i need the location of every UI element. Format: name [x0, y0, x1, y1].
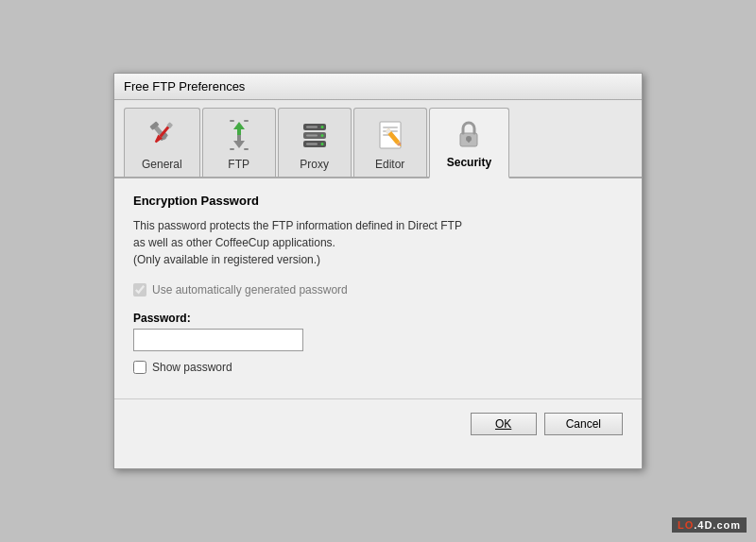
- show-password-row: Show password: [133, 361, 623, 374]
- svg-rect-19: [306, 135, 318, 137]
- svg-marker-7: [233, 135, 245, 148]
- tab-security[interactable]: Security: [429, 108, 509, 178]
- proxy-icon: [296, 116, 334, 154]
- tab-ftp-label: FTP: [228, 158, 249, 171]
- watermark: LO.4D.com: [672, 517, 747, 533]
- svg-rect-22: [383, 127, 398, 128]
- dialog-title: Free FTP Preferences: [124, 79, 245, 93]
- desc-line3: (Only available in registered version.): [133, 253, 320, 266]
- general-icon: [143, 116, 180, 154]
- button-row: OK Cancel: [114, 398, 642, 449]
- password-label: Password:: [133, 312, 623, 325]
- tab-editor-label: Editor: [375, 158, 404, 171]
- show-password-label: Show password: [152, 361, 232, 374]
- tab-bar: General FTP: [114, 100, 642, 178]
- svg-rect-8: [230, 120, 234, 122]
- cancel-button[interactable]: Cancel: [544, 413, 623, 435]
- ftp-icon: [220, 116, 258, 154]
- svg-rect-9: [244, 120, 249, 122]
- svg-point-15: [320, 126, 323, 128]
- tab-general[interactable]: General: [124, 108, 200, 177]
- title-bar: Free FTP Preferences: [114, 74, 642, 100]
- editor-icon: [371, 116, 409, 154]
- security-icon: [450, 114, 488, 152]
- section-title: Encryption Password: [133, 194, 623, 208]
- auto-password-checkbox[interactable]: [133, 283, 146, 296]
- tab-general-label: General: [142, 158, 182, 171]
- tab-ftp[interactable]: FTP: [202, 108, 276, 177]
- svg-point-17: [320, 143, 323, 145]
- content-area: Encryption Password This password protec…: [114, 178, 642, 389]
- svg-rect-10: [230, 148, 234, 150]
- svg-rect-11: [244, 148, 249, 150]
- svg-point-16: [320, 134, 323, 137]
- tab-security-label: Security: [447, 156, 491, 169]
- desc-line1: This password protects the FTP informati…: [133, 219, 462, 232]
- svg-rect-20: [306, 144, 318, 145]
- show-password-checkbox[interactable]: [133, 361, 146, 374]
- svg-rect-31: [468, 139, 470, 143]
- auto-password-label: Use automatically generated password: [152, 283, 348, 296]
- password-input[interactable]: [133, 329, 303, 351]
- preferences-dialog: Free FTP Preferences: [113, 73, 643, 469]
- tab-proxy-label: Proxy: [300, 158, 329, 171]
- tab-editor[interactable]: Editor: [353, 108, 427, 177]
- tab-proxy[interactable]: Proxy: [278, 108, 352, 177]
- ok-button[interactable]: OK: [471, 413, 537, 435]
- description: This password protects the FTP informati…: [133, 217, 623, 268]
- desc-line2: as well as other CoffeeCup applications.: [133, 236, 335, 249]
- svg-rect-18: [306, 127, 318, 128]
- auto-password-row: Use automatically generated password: [133, 283, 623, 296]
